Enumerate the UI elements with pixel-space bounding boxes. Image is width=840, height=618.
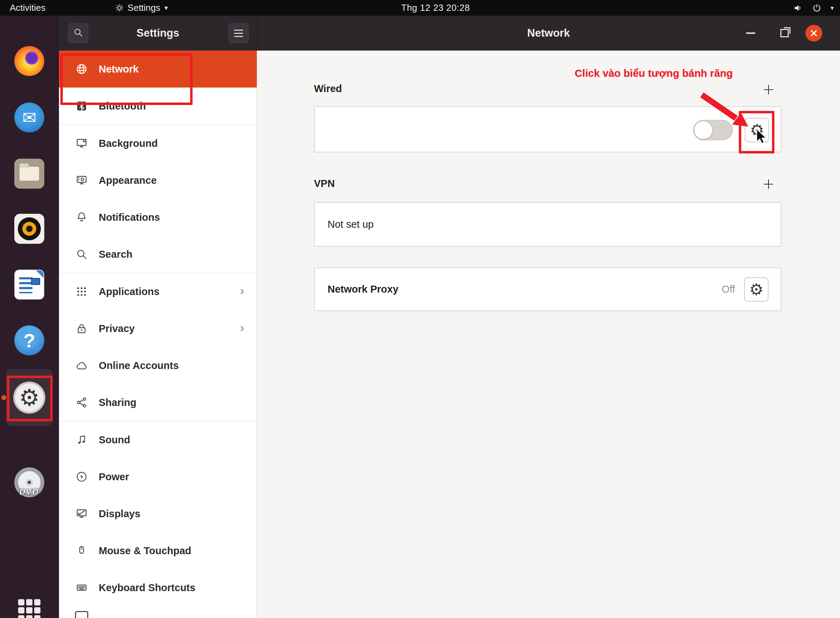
close-icon — [806, 25, 822, 42]
caret-down-icon: ▾ — [165, 4, 168, 12]
dock-icon-firefox[interactable] — [14, 46, 44, 76]
sidebar-item-label: Applications — [99, 286, 159, 297]
wired-section-label: Wired — [314, 83, 342, 95]
sidebar-item-background[interactable]: Background — [59, 125, 257, 162]
sidebar-item-mouse-touchpad[interactable]: Mouse & Touchpad — [59, 532, 257, 569]
activities-label: Activities — [10, 3, 46, 13]
vpn-section-label: VPN — [314, 178, 335, 189]
share-icon — [75, 396, 88, 409]
sidebar-item-label: Mouse & Touchpad — [99, 545, 191, 557]
keyboard-icon — [75, 581, 88, 594]
app-menu-button[interactable]: Settings ▾ — [110, 0, 173, 16]
dvd-label: DVD — [19, 487, 39, 497]
proxy-status-value: Off — [722, 284, 735, 295]
running-indicator-dot — [1, 395, 6, 400]
sidebar-item-label: Power — [99, 471, 129, 483]
app-grid-icon — [75, 285, 88, 298]
sidebar-header: Settings — [59, 16, 257, 51]
sidebar-item-sound[interactable]: Sound — [59, 421, 257, 458]
appearance-icon — [75, 174, 88, 187]
sidebar-item-keyboard-shortcuts[interactable]: Keyboard Shortcuts — [59, 569, 257, 606]
sidebar-item-applications[interactable]: Applications — [59, 273, 257, 310]
window-headerbar[interactable]: Network — [257, 16, 840, 51]
hamburger-icon — [234, 30, 243, 31]
add-vpn-button[interactable] — [760, 176, 776, 192]
system-status-area[interactable]: ▾ — [793, 0, 837, 16]
sidebar-item-label: Online Accounts — [99, 360, 178, 371]
dock-icon-libreoffice-writer[interactable] — [14, 270, 44, 300]
plus-icon — [762, 178, 775, 191]
partial-icon — [75, 611, 88, 618]
dock-icon-help[interactable]: ? — [14, 325, 44, 355]
document-fold-icon — [35, 270, 44, 279]
dock-icon-files[interactable] — [14, 159, 44, 189]
restore-button[interactable] — [774, 16, 795, 51]
background-icon — [75, 137, 88, 150]
vpn-empty-row[interactable]: Not set up — [314, 202, 781, 247]
sidebar-item-search[interactable]: Search — [59, 236, 257, 273]
sidebar-item-label: Keyboard Shortcuts — [99, 582, 195, 594]
minimize-button[interactable] — [740, 16, 761, 51]
network-proxy-label: Network Proxy — [327, 284, 722, 295]
cloud-icon — [75, 359, 88, 372]
gear-icon: ⚙ — [749, 281, 763, 297]
app-menu-label: Settings — [128, 3, 161, 13]
sidebar-title: Settings — [59, 27, 257, 39]
sidebar-item-label: Sharing — [99, 397, 137, 409]
restore-icon — [781, 29, 789, 37]
sidebar-item-appearance[interactable]: Appearance — [59, 162, 257, 199]
speaker-icon — [18, 217, 41, 240]
mouse-icon — [75, 544, 88, 557]
proxy-settings-gear-button[interactable]: ⚙ — [744, 277, 769, 302]
bell-icon — [75, 211, 88, 224]
document-lines-icon — [19, 277, 33, 293]
sidebar-item-label: Appearance — [99, 175, 157, 186]
gear-icon — [115, 3, 124, 13]
envelope-icon: ✉ — [22, 108, 36, 127]
dock: ✉ ? ⚙ DVD — [0, 16, 59, 618]
annotation-box-network — [60, 53, 193, 105]
annotation-box-settings-icon — [7, 376, 53, 421]
sidebar-item-notifications[interactable]: Notifications — [59, 199, 257, 236]
sidebar-item-partial[interactable] — [59, 606, 257, 618]
power-circle-icon — [75, 470, 88, 483]
sidebar-item-label: Privacy — [99, 323, 135, 334]
activities-button[interactable]: Activities — [5, 0, 51, 16]
search-icon — [75, 248, 88, 261]
annotation-text: Click vào biểu tượng bánh răng — [568, 67, 739, 79]
chevron-right-icon — [237, 273, 247, 310]
sidebar-item-label: Background — [99, 138, 158, 149]
sidebar-item-displays[interactable]: Displays — [59, 495, 257, 532]
close-button[interactable] — [801, 16, 826, 51]
network-proxy-row[interactable]: Network Proxy Off ⚙ — [314, 267, 781, 311]
search-button[interactable] — [68, 23, 88, 43]
dock-icon-thunderbird[interactable]: ✉ — [14, 103, 44, 132]
display-icon — [75, 507, 88, 520]
network-panel: Click vào biểu tượng bánh răng Wired ⚙ V… — [257, 51, 840, 618]
settings-sidebar: Network Bluetooth Background Appearance — [59, 51, 257, 618]
folder-icon — [19, 167, 39, 181]
sidebar-item-privacy[interactable]: Privacy — [59, 310, 257, 347]
desktop: Activities Settings ▾ Thg 12 23 20:28 ▾ … — [0, 0, 840, 618]
sidebar-item-label: Displays — [99, 508, 140, 520]
chevron-right-icon — [237, 310, 247, 347]
clock[interactable]: Thg 12 23 20:28 — [401, 0, 470, 16]
music-note-icon — [75, 433, 88, 446]
power-icon — [812, 3, 822, 13]
top-bar: Activities Settings ▾ Thg 12 23 20:28 ▾ — [0, 0, 840, 16]
menu-button[interactable] — [229, 23, 249, 43]
sidebar-item-online-accounts[interactable]: Online Accounts — [59, 347, 257, 384]
sidebar-item-power[interactable]: Power — [59, 458, 257, 495]
sidebar-item-sharing[interactable]: Sharing — [59, 384, 257, 421]
minimize-icon — [746, 33, 755, 34]
mouse-cursor — [753, 128, 768, 144]
caret-down-icon: ▾ — [831, 4, 834, 12]
dock-icon-dvd[interactable]: DVD — [14, 467, 44, 497]
add-wired-connection-button[interactable] — [760, 82, 776, 98]
volume-icon — [793, 3, 803, 13]
vpn-empty-label: Not set up — [327, 219, 374, 230]
sidebar-item-label: Notifications — [99, 212, 160, 223]
show-applications-button[interactable] — [18, 599, 40, 618]
question-mark-icon: ? — [23, 329, 35, 352]
dock-icon-rhythmbox[interactable] — [14, 214, 44, 244]
